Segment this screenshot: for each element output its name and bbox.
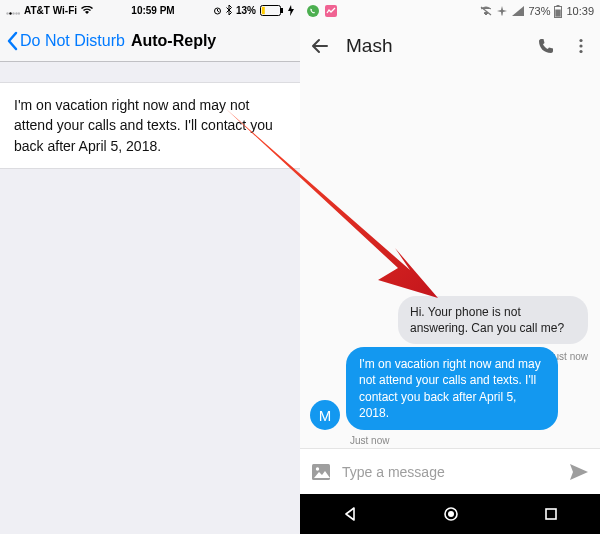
back-label: Do Not Disturb (20, 32, 125, 50)
svg-point-15 (579, 39, 582, 42)
wifi-icon (81, 6, 93, 15)
clock-label: 10:39 (566, 5, 594, 17)
chevron-left-icon (6, 31, 18, 51)
alarm-icon (213, 6, 222, 15)
carrier-label: AT&T Wi-Fi (24, 5, 77, 16)
avatar[interactable]: M (310, 400, 340, 430)
more-vert-icon (572, 37, 590, 55)
charging-icon (288, 5, 294, 16)
svg-point-3 (15, 12, 17, 14)
ios-screen: AT&T Wi-Fi 10:59 PM 13% Do Not Disturb A… (0, 0, 300, 534)
battery-pct-label: 73% (528, 5, 550, 17)
outgoing-message[interactable]: I'm on vacation right now and may not at… (346, 347, 558, 430)
chart-icon (324, 4, 338, 18)
back-button[interactable] (310, 36, 330, 56)
battery-icon (260, 5, 284, 16)
chat-area[interactable]: Hi. Your phone is not answering. Can you… (300, 70, 600, 448)
composer-bar (300, 448, 600, 494)
send-button[interactable] (568, 461, 590, 483)
page-title: Auto-Reply (131, 32, 216, 50)
nav-recent-button[interactable] (543, 506, 559, 522)
svg-point-1 (9, 12, 11, 14)
svg-rect-7 (262, 6, 265, 13)
send-icon (568, 461, 590, 483)
call-button[interactable] (536, 36, 556, 56)
svg-rect-22 (546, 509, 556, 519)
contact-name: Mash (346, 35, 520, 57)
image-icon (310, 461, 332, 483)
android-nav-bar (300, 494, 600, 534)
svg-point-16 (579, 44, 582, 47)
svg-rect-10 (325, 5, 337, 17)
ios-status-bar: AT&T Wi-Fi 10:59 PM 13% (0, 0, 300, 20)
android-status-bar: 73% 10:39 (300, 0, 600, 22)
phone-icon (536, 36, 556, 56)
whatsapp-icon (306, 4, 320, 18)
svg-point-17 (579, 50, 582, 53)
signal-icon (512, 6, 524, 16)
airplane-icon (496, 5, 508, 17)
incoming-message[interactable]: Hi. Your phone is not answering. Can you… (398, 296, 588, 344)
auto-reply-text[interactable]: I'm on vacation right now and may not at… (0, 82, 300, 169)
circle-home-icon (442, 505, 460, 523)
svg-rect-14 (556, 9, 561, 16)
triangle-back-icon (341, 505, 359, 523)
square-recent-icon (543, 506, 559, 522)
message-input[interactable] (342, 464, 558, 480)
svg-rect-8 (281, 8, 283, 13)
svg-point-21 (448, 511, 454, 517)
svg-point-4 (18, 12, 20, 14)
attach-image-button[interactable] (310, 461, 332, 483)
back-button[interactable]: Do Not Disturb (6, 31, 125, 51)
svg-point-9 (307, 5, 319, 17)
bluetooth-icon (226, 5, 232, 15)
svg-point-2 (12, 12, 14, 14)
battery-icon (554, 5, 562, 18)
outgoing-time: Just now (350, 435, 389, 446)
battery-pct-label: 13% (236, 5, 256, 16)
signal-icon (6, 6, 20, 15)
nav-home-button[interactable] (442, 505, 460, 523)
android-screen: 73% 10:39 Mash Hi. Your phone is not ans… (300, 0, 600, 534)
svg-point-0 (6, 12, 8, 14)
svg-point-19 (316, 467, 319, 470)
nav-back-button[interactable] (341, 505, 359, 523)
clock-label: 10:59 PM (131, 5, 174, 16)
arrow-left-icon (310, 36, 330, 56)
wifi-off-icon (480, 6, 492, 16)
android-toolbar: Mash (300, 22, 600, 70)
more-button[interactable] (572, 37, 590, 55)
ios-nav-bar: Do Not Disturb Auto-Reply (0, 20, 300, 62)
